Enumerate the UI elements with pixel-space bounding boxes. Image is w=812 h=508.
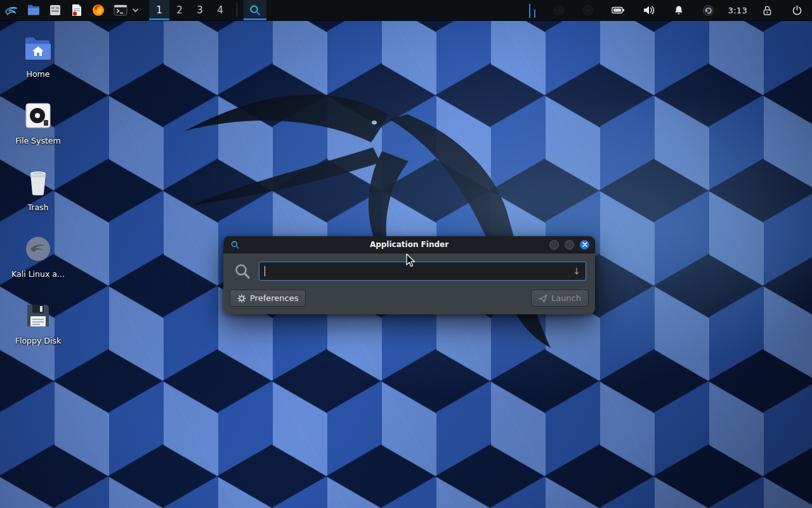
launch-icon <box>539 294 547 303</box>
terminal-launcher[interactable] <box>109 0 132 20</box>
home-folder-icon <box>23 33 53 65</box>
desktop-icon-label: Trash <box>27 203 48 212</box>
window-title: Application Finder <box>223 240 595 249</box>
floppy-disk-icon <box>25 300 51 331</box>
text-editor-icon <box>70 3 84 17</box>
minimize-button[interactable] <box>549 240 559 250</box>
files-launcher[interactable] <box>44 0 66 20</box>
taskbar-application-finder-button[interactable] <box>244 0 266 20</box>
terminal-icon <box>113 3 128 17</box>
desktop-icon-label: Kali Linux a... <box>11 269 65 279</box>
cpu-graph-icon[interactable] <box>529 3 539 18</box>
panel-clock[interactable]: 3:13 <box>728 6 747 15</box>
files-icon <box>48 3 62 17</box>
search-input[interactable]: ↓ <box>259 262 586 281</box>
preferences-label: Preferences <box>250 293 298 303</box>
preferences-button[interactable]: Preferences <box>230 290 306 307</box>
top-panel: 1 2 3 4 <box>0 0 812 21</box>
search-icon <box>233 262 251 280</box>
firefox-launcher[interactable] <box>88 0 109 20</box>
tray-network-icon[interactable] <box>549 4 568 16</box>
tray-status-icon[interactable] <box>579 4 598 16</box>
desktop-icon-label: File System <box>15 136 61 145</box>
titlebar[interactable]: Application Finder <box>223 236 595 253</box>
search-row: ↓ <box>230 259 589 283</box>
desktop-icon-column: Home File System Trash <box>8 33 69 366</box>
bell-icon[interactable] <box>669 4 688 16</box>
workspace-4[interactable]: 4 <box>210 0 230 20</box>
trash-empty-icon <box>25 166 51 198</box>
kali-menu-button[interactable] <box>0 0 23 20</box>
dropdown-arrow-icon[interactable]: ↓ <box>573 266 580 276</box>
firefox-icon <box>91 3 105 17</box>
file-system-drive-icon <box>25 100 51 131</box>
battery-icon[interactable] <box>608 4 629 16</box>
chevron-down-icon <box>132 8 139 13</box>
desktop-icon-floppy-disk[interactable]: Floppy Disk <box>8 300 69 345</box>
maximize-button[interactable] <box>565 240 574 250</box>
text-caret <box>265 266 265 276</box>
launch-label: Launch <box>551 293 581 303</box>
close-button[interactable] <box>580 240 589 250</box>
window-controls <box>549 240 595 250</box>
workspace-1[interactable]: 1 <box>149 0 169 20</box>
workspace-2[interactable]: 2 <box>169 0 190 20</box>
workspace-1-label: 1 <box>156 4 162 16</box>
window-app-icon <box>230 240 240 250</box>
desktop-icon-file-system[interactable]: File System <box>8 100 69 145</box>
volume-icon[interactable] <box>639 4 659 16</box>
finder-body: ↓ Preferences <box>223 253 595 314</box>
application-finder-window: Application Finder ↓ <box>223 236 595 314</box>
desktop-icon-trash[interactable]: Trash <box>8 166 69 212</box>
panel-separator <box>237 3 237 17</box>
file-manager-launcher[interactable] <box>23 0 44 20</box>
file-manager-icon <box>27 3 41 17</box>
workspace-3-label: 3 <box>197 4 203 16</box>
desktop-icon-label: Floppy Disk <box>15 336 61 345</box>
kali-docs-icon <box>24 233 52 265</box>
finder-button-row: Preferences Launch <box>230 290 589 307</box>
desktop-icon-home[interactable]: Home <box>8 33 69 79</box>
panel-tray: 3:13 <box>519 0 812 20</box>
workspace-switcher: 1 2 3 4 <box>149 0 230 20</box>
workspace-3[interactable]: 3 <box>190 0 210 20</box>
power-icon[interactable] <box>787 4 807 17</box>
kali-logo-icon <box>4 3 19 18</box>
search-icon <box>249 4 261 17</box>
workspace-4-label: 4 <box>217 4 223 16</box>
text-editor-launcher[interactable] <box>66 0 88 20</box>
terminal-dropdown-button[interactable] <box>132 0 143 20</box>
lock-icon[interactable] <box>757 4 777 17</box>
close-icon <box>582 242 587 247</box>
desktop-icon-label: Home <box>27 69 50 79</box>
launch-button[interactable]: Launch <box>531 290 589 307</box>
desktop-icon-kali-docs[interactable]: Kali Linux a... <box>8 233 69 279</box>
workspace-2-label: 2 <box>176 4 183 16</box>
updates-icon[interactable] <box>698 4 718 17</box>
gear-icon <box>237 294 246 303</box>
